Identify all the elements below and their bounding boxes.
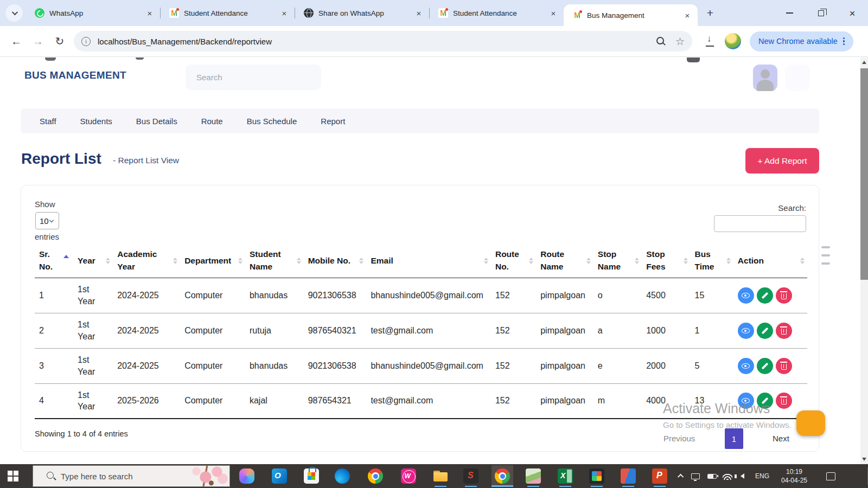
taskbar-powerpoint[interactable] [649,465,671,487]
nav-item-bus-schedule[interactable]: Bus Schedule [247,117,297,126]
tab-close-icon[interactable]: × [414,8,424,18]
taskbar-search[interactable]: Type here to search [33,465,230,487]
back-button[interactable]: ← [5,30,27,52]
edit-button[interactable] [757,323,773,339]
tab-bus-management-active[interactable]: M Bus Management × [564,4,698,26]
tab-whatsapp[interactable]: WhatsApp × [26,0,160,26]
tab-close-icon[interactable]: × [548,8,558,18]
cell-action [733,383,807,419]
nav-item-staff[interactable]: Staff [40,117,56,126]
col-sr-no[interactable]: Sr. No. [35,244,73,278]
delete-button[interactable] [776,287,792,304]
view-button[interactable] [738,393,754,409]
taskbar-photos[interactable] [522,465,544,487]
nav-item-report[interactable]: Report [321,117,345,126]
taskbar-chrome-active[interactable] [492,465,513,487]
chat-widget-button[interactable] [796,410,825,436]
delete-button[interactable] [776,358,792,374]
view-button[interactable] [738,287,754,304]
tray-notifications[interactable] [821,464,840,488]
edit-button[interactable] [757,358,773,374]
col-year[interactable]: Year [73,244,113,278]
taskbar-chrome-pinned[interactable] [365,465,386,487]
col-email[interactable]: Email [366,244,491,278]
bookmark-star-icon[interactable]: ☆ [675,35,685,48]
tab-student-attendance-2[interactable]: M Student Attendance × [430,0,564,26]
entries-select[interactable]: 10 [35,212,59,229]
col-route-name[interactable]: Route Name [536,244,593,278]
start-button[interactable] [0,464,26,488]
taskbar-edge[interactable] [331,465,353,487]
table-search-input[interactable] [714,215,806,232]
taskbar-excel[interactable] [554,465,576,487]
restore-button[interactable] [805,0,837,26]
taskbar-s-app[interactable] [460,465,482,487]
col-department[interactable]: Department [180,244,245,278]
taskbar-file-explorer[interactable] [430,465,451,487]
site-info-icon[interactable]: i [81,37,91,46]
taskbar-store[interactable] [301,465,322,487]
nav-item-students[interactable]: Students [80,117,112,126]
col-academic-year[interactable]: Academic Year [113,244,180,278]
scroll-up-icon[interactable] [862,61,866,64]
view-button[interactable] [738,323,754,339]
menu-dots-icon[interactable] [838,37,850,46]
downloads-icon[interactable] [704,35,716,47]
scroll-down-icon[interactable] [862,458,866,461]
col-stop-fees[interactable]: Stop Fees [642,244,690,278]
edit-button[interactable] [757,287,773,304]
header-ghost-button[interactable] [785,65,810,91]
tray-clock[interactable]: 10:1904-04-25 [777,464,812,488]
taskbar-copilot[interactable] [236,465,258,487]
address-bar[interactable]: i localhost/Bus_Management/Backend/repor… [74,31,692,52]
tab-close-icon[interactable]: × [145,8,155,18]
pagination-page-1[interactable]: 1 [725,428,743,449]
scrollbar-thumb[interactable] [860,68,868,280]
minimize-button[interactable] [774,0,805,26]
taskbar-tiles-app[interactable] [586,465,608,487]
tray-monitor[interactable] [688,464,703,488]
url-text[interactable]: localhost/Bus_Management/Backend/reportv… [98,37,656,46]
report-table-card: Show 10 entries Search: Sr. No. Year [21,185,819,452]
close-button[interactable]: × [837,0,868,26]
profile-avatar[interactable] [725,33,741,49]
col-route-no[interactable]: Route No. [491,244,536,278]
col-stop-name[interactable]: Stop Name [593,244,642,278]
tab-share-whatsapp[interactable]: Share on WhatsApp × [295,0,429,26]
col-student-name[interactable]: Student Name [245,244,304,278]
col-mobile-no[interactable]: Mobile No. [304,244,367,278]
edit-button[interactable] [757,393,773,409]
forward-button[interactable]: → [27,30,49,52]
tray-network[interactable] [720,464,735,488]
new-tab-button[interactable]: + [702,5,718,21]
trash-icon [781,364,787,370]
taskbar-wamp[interactable] [398,465,419,487]
col-action[interactable]: Action [733,244,807,278]
chrome-update-button[interactable]: New Chrome available [750,31,853,52]
nav-item-route[interactable]: Route [201,117,223,126]
app-search-input[interactable] [186,65,321,90]
tab-close-icon[interactable]: × [682,10,692,20]
nav-item-bus-details[interactable]: Bus Details [136,117,177,126]
page-scrollbar[interactable] [860,57,868,464]
reload-button[interactable]: ↻ [49,30,71,52]
user-avatar[interactable] [753,65,777,91]
tray-battery[interactable] [704,464,719,488]
tray-chevron[interactable] [675,464,688,488]
pagination-next[interactable]: Next [773,434,789,443]
tab-search-button[interactable] [5,4,23,22]
zoom-out-icon[interactable] [656,36,666,46]
pagination-previous[interactable]: Previous [663,434,695,443]
delete-button[interactable] [776,393,792,409]
tab-close-icon[interactable]: × [279,8,289,18]
taskbar-vs-app[interactable] [617,465,639,487]
floating-menu-dashes[interactable] [821,246,830,265]
view-button[interactable] [738,358,754,374]
delete-button[interactable] [776,323,792,339]
tray-volume[interactable] [735,464,750,488]
tray-language[interactable]: ENG [753,464,771,488]
tab-student-attendance-1[interactable]: M Student Attendance × [161,0,295,26]
col-bus-time[interactable]: Bus Time [691,244,733,278]
taskbar-outlook[interactable] [269,465,290,487]
add-report-button[interactable]: + Add Report [745,148,819,174]
